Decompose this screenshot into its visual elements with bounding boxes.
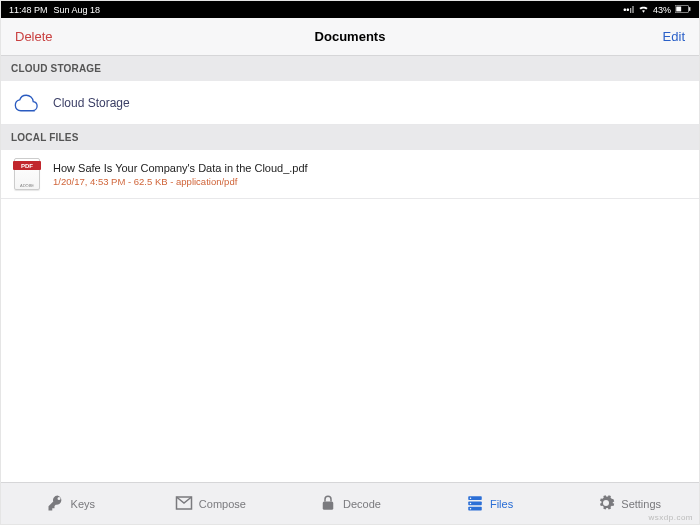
watermark: wsxdp.com — [648, 513, 693, 522]
status-time: 11:48 PM — [9, 5, 48, 15]
svg-point-8 — [470, 502, 472, 504]
status-bar: 11:48 PM Sun Aug 18 ••ıl 43% — [1, 1, 699, 18]
section-header-cloud: CLOUD STORAGE — [1, 56, 699, 81]
svg-point-7 — [470, 497, 472, 499]
page-title: Documents — [315, 29, 386, 44]
gear-icon — [597, 494, 615, 514]
nav-bar: Delete Documents Edit — [1, 18, 699, 56]
svg-point-9 — [470, 507, 472, 509]
svg-rect-2 — [689, 7, 690, 11]
cloud-storage-label: Cloud Storage — [53, 96, 130, 110]
status-date: Sun Aug 18 — [54, 5, 101, 15]
key-icon — [47, 494, 65, 514]
cloud-storage-row[interactable]: Cloud Storage — [1, 81, 699, 125]
wifi-icon — [638, 4, 649, 15]
tab-decode[interactable]: Decode — [280, 483, 420, 524]
svg-rect-1 — [676, 6, 681, 11]
tab-keys-label: Keys — [71, 498, 95, 510]
lock-icon — [319, 494, 337, 514]
files-icon — [466, 494, 484, 514]
tab-files[interactable]: Files — [420, 483, 560, 524]
delete-button[interactable]: Delete — [15, 29, 53, 44]
tab-keys[interactable]: Keys — [1, 483, 141, 524]
cloud-icon — [11, 93, 43, 113]
envelope-icon — [175, 494, 193, 514]
edit-button[interactable]: Edit — [663, 29, 685, 44]
section-header-local: LOCAL FILES — [1, 125, 699, 150]
signal-icon: ••ıl — [623, 5, 634, 15]
svg-rect-3 — [323, 501, 334, 509]
tab-bar: Keys Compose Decode Files Settings — [1, 482, 699, 524]
tab-compose-label: Compose — [199, 498, 246, 510]
file-name: How Safe Is Your Company's Data in the C… — [53, 162, 308, 174]
tab-files-label: Files — [490, 498, 513, 510]
pdf-file-icon — [11, 158, 43, 190]
tab-settings-label: Settings — [621, 498, 661, 510]
file-row[interactable]: How Safe Is Your Company's Data in the C… — [1, 150, 699, 199]
file-meta: 1/20/17, 4:53 PM - 62.5 KB - application… — [53, 176, 308, 187]
tab-compose[interactable]: Compose — [141, 483, 281, 524]
battery-icon — [675, 5, 691, 15]
tab-decode-label: Decode — [343, 498, 381, 510]
status-battery: 43% — [653, 5, 671, 15]
